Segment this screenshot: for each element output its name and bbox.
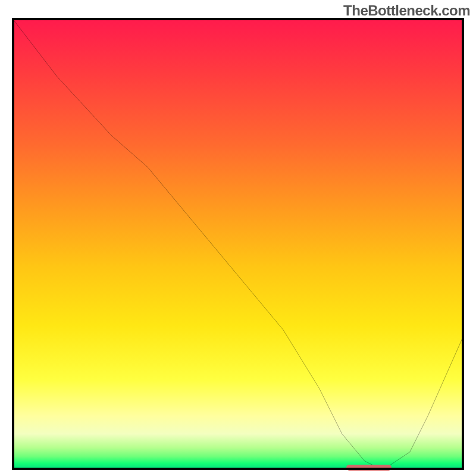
bottleneck-curve-svg xyxy=(12,18,464,470)
optimal-range-marker xyxy=(346,465,392,471)
bottleneck-curve-path xyxy=(12,18,464,470)
watermark-text: TheBottleneck.com xyxy=(343,2,470,19)
plot-area xyxy=(12,18,464,470)
chart-container: TheBottleneck.com xyxy=(0,0,476,476)
